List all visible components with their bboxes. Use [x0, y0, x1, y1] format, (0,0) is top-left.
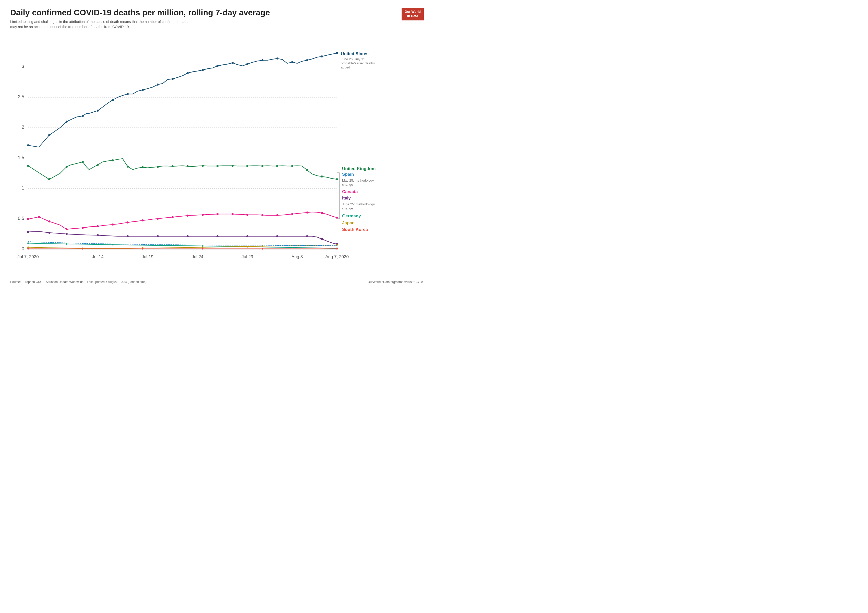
svg-point-57: [246, 165, 248, 167]
svg-point-43: [27, 165, 29, 167]
svg-point-88: [66, 233, 68, 235]
svg-point-82: [291, 213, 293, 215]
svg-point-63: [336, 178, 338, 180]
svg-point-49: [127, 166, 129, 168]
svg-point-28: [127, 93, 129, 95]
svg-point-48: [112, 159, 114, 161]
svg-point-115: [82, 248, 84, 250]
svg-point-65: [38, 216, 40, 218]
svg-point-59: [276, 165, 278, 167]
canada-line: [27, 211, 338, 230]
svg-point-90: [127, 235, 129, 237]
svg-point-70: [112, 223, 114, 225]
us-note1: June 26, July 1:: [341, 57, 364, 61]
svg-point-69: [97, 225, 99, 227]
svg-point-42: [336, 52, 338, 54]
svg-point-31: [172, 78, 174, 80]
main-title: Daily confirmed COVID-19 deaths per mill…: [10, 8, 397, 17]
svg-point-117: [202, 248, 203, 250]
us-note2: probable/earlier deaths: [341, 61, 375, 65]
italy-note1: June 25: methodology: [342, 202, 375, 206]
subtitle: Limited testing and challenges in the at…: [10, 19, 240, 29]
germany-label: Germany: [342, 214, 361, 218]
us-note3: added: [341, 65, 350, 69]
svg-point-86: [27, 231, 29, 233]
svg-point-94: [246, 235, 248, 237]
svg-point-35: [231, 62, 234, 64]
svg-point-41: [321, 56, 323, 57]
header-row: Daily confirmed COVID-19 deaths per mill…: [10, 8, 424, 29]
svg-rect-0: [28, 37, 337, 249]
svg-text:3: 3: [22, 64, 24, 69]
svg-point-96: [306, 235, 308, 237]
svg-point-72: [142, 219, 144, 222]
svg-point-83: [306, 211, 308, 214]
svg-point-78: [231, 213, 234, 215]
svg-point-26: [97, 110, 99, 112]
svg-point-76: [202, 214, 204, 216]
svg-text:1.5: 1.5: [18, 155, 24, 160]
chart-svg: 0 0.5 1 1.5 2 2.5 3 Jul 7, 2020 Jul 14 J…: [10, 35, 424, 275]
svg-point-30: [157, 84, 159, 85]
canada-label: Canada: [342, 189, 358, 194]
svg-point-100: [66, 243, 67, 245]
svg-point-60: [291, 165, 293, 167]
svg-text:2.5: 2.5: [18, 94, 24, 99]
svg-point-44: [48, 178, 50, 180]
svg-text:Jul 14: Jul 14: [92, 255, 103, 259]
svg-point-87: [48, 232, 50, 234]
svg-text:Jul 29: Jul 29: [242, 255, 253, 259]
svg-text:2: 2: [22, 125, 24, 130]
logo-box: Our World in Data: [401, 8, 424, 20]
svg-point-23: [48, 134, 50, 136]
svg-point-111: [262, 245, 263, 247]
svg-point-75: [187, 214, 189, 217]
svg-point-73: [157, 217, 159, 220]
uk-line: [27, 158, 338, 180]
svg-point-32: [187, 72, 189, 74]
svg-text:1: 1: [22, 185, 24, 191]
svg-point-92: [187, 235, 189, 237]
svg-point-114: [27, 248, 29, 250]
svg-point-34: [217, 65, 219, 67]
svg-point-56: [231, 165, 234, 167]
spain-line: [28, 242, 337, 246]
svg-point-85: [336, 217, 338, 219]
svg-point-40: [306, 59, 308, 61]
svg-point-80: [262, 214, 264, 216]
page-container: Daily confirmed COVID-19 deaths per mill…: [0, 0, 434, 306]
svg-point-93: [217, 235, 219, 237]
uk-label: United Kingdom: [342, 166, 375, 171]
svg-point-33: [202, 69, 204, 71]
italy-note2: change: [342, 206, 353, 210]
svg-point-39: [291, 61, 293, 63]
spain-label: Spain: [342, 172, 354, 177]
svg-point-116: [142, 248, 144, 250]
south-korea-label: South Korea: [342, 227, 368, 232]
svg-text:0.5: 0.5: [18, 216, 24, 221]
svg-point-24: [66, 121, 68, 123]
svg-point-53: [187, 165, 189, 167]
spain-note1: May 25: methodology: [342, 178, 374, 182]
svg-point-91: [157, 235, 159, 237]
svg-point-66: [48, 220, 50, 222]
svg-point-84: [321, 212, 323, 214]
svg-point-58: [262, 165, 264, 167]
svg-point-64: [27, 218, 29, 220]
svg-point-50: [142, 166, 144, 168]
svg-point-97: [321, 238, 323, 240]
svg-point-119: [336, 248, 338, 250]
svg-text:0: 0: [22, 246, 24, 251]
italy-label: Italy: [342, 196, 351, 200]
us-line: [27, 52, 338, 147]
svg-point-118: [262, 248, 263, 250]
svg-text:Aug 7, 2020: Aug 7, 2020: [325, 255, 349, 259]
japan-label: Japan: [342, 220, 355, 225]
svg-point-105: [291, 247, 293, 248]
svg-point-47: [97, 164, 99, 166]
svg-point-95: [276, 235, 278, 237]
svg-point-61: [306, 169, 308, 171]
svg-point-52: [172, 165, 174, 167]
svg-point-68: [82, 227, 84, 229]
svg-point-36: [246, 63, 248, 65]
